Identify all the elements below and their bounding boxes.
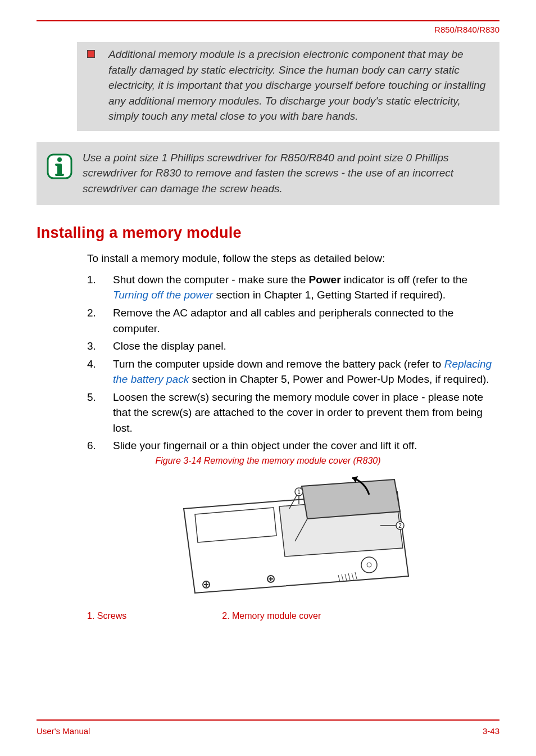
svg-point-1	[57, 157, 62, 162]
section-intro: To install a memory module, follow the s…	[87, 251, 499, 266]
warning-text: Additional memory module is a precision …	[108, 47, 489, 124]
step-body: Loosen the screw(s) securing the memory …	[113, 390, 499, 436]
step-text: Turn the computer upside down and remove…	[113, 358, 444, 370]
svg-point-25	[367, 563, 371, 567]
step-body: Turn the computer upside down and remove…	[113, 356, 499, 387]
info-icon	[47, 153, 72, 179]
list-item: 1. Shut down the computer - make sure th…	[87, 272, 499, 303]
warning-callout: Additional memory module is a precision …	[77, 42, 499, 131]
svg-text:1: 1	[297, 489, 301, 495]
memory-cover-diagram-icon: 1 2	[172, 469, 414, 604]
list-item: 3. Close the display panel.	[87, 338, 499, 354]
header-product: R850/R840/R830	[37, 25, 499, 34]
step-number: 5.	[87, 390, 98, 436]
step-text: indicator is off (refer to the	[341, 274, 468, 286]
step-body: Close the display panel.	[113, 338, 499, 354]
step-text: section in Chapter 1, Getting Started if…	[213, 289, 446, 301]
list-item: 6. Slide your fingernail or a thin objec…	[87, 438, 499, 454]
link-turning-off-power[interactable]: Turning off the power	[113, 289, 213, 301]
step-body: Slide your fingernail or a thin object u…	[113, 438, 499, 454]
step-number: 4.	[87, 356, 98, 387]
list-item: 2. Remove the AC adaptor and all cables …	[87, 305, 499, 336]
footer-left: User's Manual	[37, 726, 90, 736]
step-number: 6.	[87, 438, 98, 454]
step-body: Remove the AC adaptor and all cables and…	[113, 305, 499, 336]
info-callout: Use a point size 1 Phillips screwdriver …	[37, 142, 499, 206]
figure-caption: Figure 3-14 Removing the memory module c…	[37, 456, 499, 466]
step-bold: Power	[309, 274, 341, 286]
info-text: Use a point size 1 Phillips screwdriver …	[83, 150, 489, 197]
step-number: 2.	[87, 305, 98, 336]
list-item: 5. Loosen the screw(s) securing the memo…	[87, 390, 499, 436]
svg-rect-4	[55, 164, 61, 166]
svg-rect-3	[55, 174, 64, 176]
svg-marker-8	[302, 479, 400, 519]
step-text: section in Chapter 5, Power and Power-Up…	[189, 373, 489, 385]
svg-text:2: 2	[398, 523, 402, 529]
section-heading: Installing a memory module	[37, 224, 499, 242]
figure-label-2: 2. Memory module cover	[222, 611, 321, 621]
figure-image: 1 2	[87, 469, 499, 606]
figure-label-1: 1. Screws	[87, 611, 126, 621]
top-rule	[37, 20, 499, 21]
list-item: 4. Turn the computer upside down and rem…	[87, 356, 499, 387]
warning-bullet-icon	[87, 50, 95, 58]
step-number: 1.	[87, 272, 98, 303]
step-number: 3.	[87, 338, 98, 354]
page-footer: User's Manual 3-43	[37, 719, 499, 736]
step-text: Shut down the computer - make sure the	[113, 274, 309, 286]
step-body: Shut down the computer - make sure the P…	[113, 272, 499, 303]
footer-right: 3-43	[483, 726, 499, 736]
